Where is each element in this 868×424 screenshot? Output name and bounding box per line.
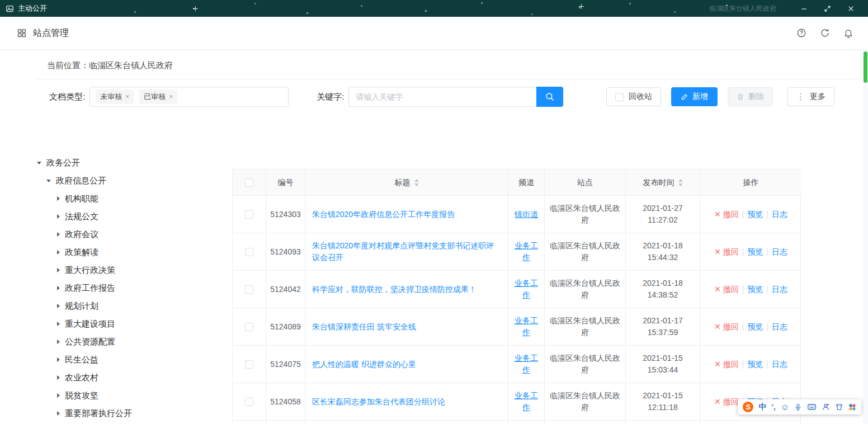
channel-link[interactable]: 镇街道 <box>515 209 538 220</box>
caret-right-icon[interactable] <box>57 322 60 326</box>
tree-item-label[interactable]: 重要部署执行公开 <box>65 408 132 419</box>
tree-item-label[interactable]: 政府信息公开 <box>56 176 106 186</box>
tree-item-label[interactable]: 规划计划 <box>65 301 98 312</box>
channel-link[interactable]: 业务工作 <box>513 352 540 376</box>
close-button[interactable] <box>839 0 862 17</box>
channel-link[interactable]: 业务工作 <box>513 390 540 413</box>
minimize-button[interactable] <box>792 0 815 17</box>
document-title-link[interactable]: 科学应对，联防联控，坚决捍卫疫情防控成果！ <box>312 284 477 295</box>
ime-keyboard-icon[interactable] <box>807 402 817 412</box>
row-checkbox[interactable] <box>245 323 253 331</box>
revoke-action[interactable]: ✕ 撤回 <box>714 396 739 408</box>
ime-phrases-icon[interactable] <box>822 403 830 411</box>
add-button[interactable]: 新增 <box>671 87 718 106</box>
caret-down-icon[interactable] <box>46 180 51 182</box>
caret-right-icon[interactable] <box>57 214 60 219</box>
revoke-action[interactable]: ✕ 撤回 <box>714 321 739 333</box>
delete-button[interactable]: 删除 <box>728 87 773 106</box>
ime-language-mode[interactable]: 中 <box>758 402 766 412</box>
channel-link[interactable]: 业务工作 <box>513 315 540 338</box>
tree-item-label[interactable]: 重大行政决策 <box>65 265 115 276</box>
ime-microphone-icon[interactable] <box>794 403 802 411</box>
vertical-scrollbar-track[interactable] <box>863 49 868 424</box>
vertical-scrollbar-thumb[interactable] <box>864 51 867 83</box>
caret-right-icon[interactable] <box>57 411 60 416</box>
preview-action[interactable]: 预览 <box>747 209 763 220</box>
tree-item-label[interactable]: 法规公文 <box>65 211 98 222</box>
ime-punctuation-icon[interactable]: ’, <box>771 403 775 411</box>
channel-link[interactable]: 业务工作 <box>513 240 540 263</box>
row-checkbox[interactable] <box>245 285 253 294</box>
channel-link[interactable]: 业务工作 <box>513 277 540 301</box>
tree-item-label[interactable]: 机构职能 <box>65 194 98 204</box>
caret-right-icon[interactable] <box>57 375 60 380</box>
recycle-bin-button[interactable]: 回收站 <box>606 87 661 106</box>
tree-item-label[interactable]: 重大建设项目 <box>65 319 115 329</box>
document-title-link[interactable]: 朱台镇2020年政府信息公开工作年度报告 <box>312 209 455 220</box>
tree-item-重大建设项目[interactable]: 重大建设项目 <box>36 315 232 333</box>
ime-emoji-icon[interactable]: ☺ <box>781 403 789 411</box>
tag-remove-icon[interactable]: × <box>169 93 173 100</box>
doc-type-select[interactable]: 未审核 × 已审核 × <box>89 87 289 107</box>
tree-item-政府信息公开[interactable]: 政府信息公开 <box>36 172 232 190</box>
preview-action[interactable]: 预览 <box>747 321 763 333</box>
ime-skin-icon[interactable] <box>835 403 843 411</box>
sort-publish-time-icon[interactable] <box>678 179 683 186</box>
tree-item-label[interactable]: 农业农村 <box>65 373 98 383</box>
preview-action[interactable]: 预览 <box>747 284 763 295</box>
log-action[interactable]: 日志 <box>772 209 787 220</box>
tree-item-政府会议[interactable]: 政府会议 <box>36 225 232 243</box>
tree-item-民生公益[interactable]: 民生公益 <box>36 351 232 369</box>
tree-item-政务公开[interactable]: 政务公开 <box>36 154 232 172</box>
caret-right-icon[interactable] <box>57 232 60 237</box>
revoke-action[interactable]: ✕ 撤回 <box>714 359 739 370</box>
caret-right-icon[interactable] <box>57 393 60 398</box>
sort-title-icon[interactable] <box>414 179 419 186</box>
preview-action[interactable]: 预览 <box>747 246 763 258</box>
row-checkbox[interactable] <box>245 210 253 219</box>
tree-item-脱贫攻坚[interactable]: 脱贫攻坚 <box>36 387 232 404</box>
revoke-action[interactable]: ✕ 撤回 <box>714 284 739 295</box>
log-action[interactable]: 日志 <box>772 321 787 333</box>
search-button[interactable] <box>536 87 563 107</box>
preview-action[interactable]: 预览 <box>747 359 763 370</box>
document-title-link[interactable]: 区长宋磊同志参加朱台代表团分组讨论 <box>312 396 445 408</box>
tree-item-label[interactable]: 政务公开 <box>46 158 80 168</box>
caret-right-icon[interactable] <box>57 304 60 308</box>
revoke-action[interactable]: ✕ 撤回 <box>714 246 739 258</box>
caret-right-icon[interactable] <box>57 357 60 362</box>
notification-bell-icon[interactable] <box>843 28 853 38</box>
tree-item-政府工作报告[interactable]: 政府工作报告 <box>36 279 232 297</box>
row-checkbox[interactable] <box>245 360 253 369</box>
more-button[interactable]: ⋮ 更多 <box>787 87 834 106</box>
tree-item-label[interactable]: 政策解读 <box>65 247 98 258</box>
select-all-checkbox[interactable] <box>245 178 253 187</box>
tree-item-规划计划[interactable]: 规划计划 <box>36 297 232 315</box>
tree-item-label[interactable]: 政府会议 <box>65 229 98 240</box>
refresh-icon[interactable] <box>820 28 830 38</box>
tree-item-重要部署执行公开[interactable]: 重要部署执行公开 <box>36 404 232 422</box>
recycle-bin-checkbox[interactable] <box>615 93 624 101</box>
tree-item-农业农村[interactable]: 农业农村 <box>36 369 232 387</box>
tree-item-label[interactable]: 民生公益 <box>65 355 98 365</box>
caret-right-icon[interactable] <box>57 250 60 255</box>
log-action[interactable]: 日志 <box>772 246 787 258</box>
tag-remove-icon[interactable]: × <box>125 93 129 100</box>
sogou-logo-icon[interactable]: S <box>743 402 753 412</box>
tree-item-公共资源配置[interactable]: 公共资源配置 <box>36 333 232 351</box>
revoke-action[interactable]: ✕ 撤回 <box>714 209 739 220</box>
document-title-link[interactable]: 朱台镇2020年度对村观摩点评暨村党支部书记述职评议会召开 <box>312 240 501 263</box>
row-checkbox[interactable] <box>245 248 253 256</box>
caret-right-icon[interactable] <box>57 196 60 201</box>
tree-item-机构职能[interactable]: 机构职能 <box>36 190 232 208</box>
log-action[interactable]: 日志 <box>772 359 787 370</box>
tree-item-label[interactable]: 政府工作报告 <box>65 283 115 294</box>
maximize-button[interactable] <box>815 0 839 17</box>
keyword-input[interactable] <box>348 87 536 107</box>
tree-item-政策解读[interactable]: 政策解读 <box>36 243 232 261</box>
caret-right-icon[interactable] <box>57 268 60 272</box>
ime-toolbox-grid-icon[interactable] <box>848 403 856 411</box>
tree-item-法规公文[interactable]: 法规公文 <box>36 208 232 225</box>
document-title-link[interactable]: 把人性的温暖 织进群众的心里 <box>312 359 416 370</box>
help-icon[interactable] <box>796 28 806 38</box>
